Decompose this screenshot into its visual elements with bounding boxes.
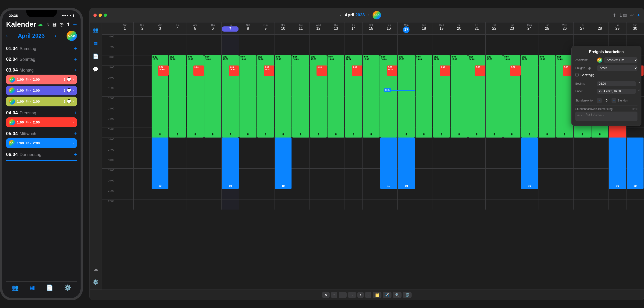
day-col-mon17[interactable]: 11:24 8:0016:00 8 10 (397, 35, 415, 209)
day-col-sat8[interactable]: 8:0016:00 8 (239, 35, 256, 209)
red-event[interactable]: 9:00 (316, 66, 327, 76)
add-mac-btn[interactable]: + (637, 12, 640, 18)
day-col-tue18[interactable]: 8:0016:00 8 (415, 35, 432, 209)
green-event[interactable]: 8:0016:00 8 (169, 55, 186, 138)
red-event[interactable]: 9:00 (440, 66, 450, 76)
panel-begin-input[interactable] (597, 81, 636, 86)
nav-calendar[interactable]: ▦ (30, 284, 35, 291)
archive-btn[interactable]: 🗂️ (373, 292, 382, 298)
share-mac-icon[interactable]: ⬆ (613, 13, 616, 18)
event-item[interactable]: A.E. 1:00 1h › 2:00 1 💬 › (6, 75, 77, 84)
day-col-mon24[interactable]: 8:0016:00 8 10 (521, 35, 538, 209)
blue-event[interactable]: 10 (609, 138, 626, 189)
blue-event[interactable]: 10 (275, 138, 292, 189)
day-col-wed12[interactable]: 8:0016:00 8 9:00 (310, 35, 327, 209)
add-event-0404[interactable]: + (74, 110, 77, 116)
day-col-wed5[interactable]: 8:0016:00 8 9:00 (186, 35, 204, 209)
red-event[interactable]: 9:0019:00 (264, 66, 274, 76)
green-event[interactable]: 8:0016:00 8 (240, 55, 256, 138)
sidebar-chat-icon[interactable]: 💬 (91, 65, 100, 74)
red-event[interactable]: 9:00 (475, 66, 486, 76)
event-item[interactable]: A.D. 1:00 1h › 2:00 1 💬 › (6, 86, 77, 95)
back-icon[interactable]: ↩ (630, 13, 634, 18)
day-col-tue25[interactable]: 8:0016:00 8 (538, 35, 556, 209)
red-event[interactable]: 9:0016:00 (158, 66, 169, 76)
up-btn[interactable]: ↑ (358, 292, 364, 298)
blue-event[interactable]: 10 (398, 138, 414, 189)
day-col-sun9[interactable]: 8:0016:00 8 9:0019:00 (257, 35, 274, 209)
next-event-btn[interactable]: → (348, 292, 356, 298)
add-button[interactable]: + (73, 21, 77, 28)
blue-event[interactable]: 10 (521, 138, 538, 189)
event-item[interactable]: A.D. 1:00 1h › 2:00 › (6, 138, 77, 148)
prev-month-btn[interactable]: ‹ (6, 33, 8, 39)
day-col-mon10[interactable]: 8:0016:00 8 10 (274, 35, 292, 209)
day-col-tue4[interactable]: 8:0016:00 8 (169, 35, 186, 209)
green-event[interactable]: 8:0016:00 8 (521, 55, 538, 138)
panel-end-stepper[interactable]: ⌃ (638, 89, 641, 93)
share-icon[interactable]: ⬆ (66, 22, 70, 27)
travel-btn[interactable]: ✈️ (383, 292, 392, 298)
red-event[interactable]: 9:0016:00 (387, 66, 398, 76)
tab-1-icon[interactable]: 1 ▦ (620, 13, 627, 18)
panel-end-input[interactable] (597, 89, 636, 94)
blue-event[interactable]: 10 (380, 138, 397, 189)
day-col-sat22[interactable]: 8:0016:00 8 (486, 35, 503, 209)
day-col-fri7[interactable]: 8:0016:00 7 9:0019:00 10 (222, 35, 239, 209)
panel-type-select[interactable]: Arbeit (597, 65, 638, 71)
time-grid-scroll[interactable]: 6:00 7:00 8:00 9:00 10:00 11:00 12:00 13… (102, 35, 644, 289)
green-event[interactable]: 8:0016:00 8 (450, 55, 468, 138)
green-event[interactable]: 8:0016:00 8 (486, 55, 503, 138)
day-col-wed19[interactable]: 8:0016:00 8 9:00 (432, 35, 450, 209)
sidebar-cloud-icon[interactable]: ☁ (92, 264, 100, 274)
search-btn[interactable]: 🔍 (393, 292, 402, 298)
green-event[interactable]: 8:0016:00 8 (204, 55, 221, 138)
prev-event-btn[interactable]: ← (339, 292, 347, 298)
day-col-thu13[interactable]: 8:0016:00 8 (327, 35, 344, 209)
green-event[interactable]: 8:0016:00 8 (363, 55, 380, 138)
nav-people[interactable]: 👥 (12, 284, 19, 291)
panel-remark-textarea[interactable] (575, 112, 638, 121)
green-event[interactable]: 8:0016:00 8 (275, 55, 292, 138)
day-col-sat1[interactable] (116, 35, 134, 209)
mac-avatar-group[interactable]: A.A.D. (372, 11, 381, 20)
day-col-sun16[interactable]: 8:0016:00 9:0016:00 10 (380, 35, 397, 209)
day-col-sat15[interactable]: 8:0016:00 8 (362, 35, 380, 209)
sidebar-calendar-icon[interactable]: ▦ (92, 38, 100, 48)
add-event-0504[interactable]: + (74, 131, 77, 137)
red-event[interactable]: 9:00 (194, 66, 204, 76)
green-event[interactable]: 8:0016:00 8 (398, 55, 414, 138)
next-month-btn[interactable]: › (55, 33, 56, 39)
panel-begin-stepper[interactable]: ⌃ (638, 81, 641, 86)
panel-assistant-select[interactable]: Assistent Eins (604, 57, 638, 63)
blue-event[interactable]: 10 (222, 138, 239, 189)
mac-prev-btn[interactable]: ‹ (339, 13, 343, 18)
day-col-tue11[interactable]: 8:0016:00 8 (292, 35, 309, 209)
day-col-fri14[interactable]: 8:0016:00 8 9:00 (344, 35, 362, 209)
blue-event[interactable]: 10 (152, 138, 168, 189)
event-item[interactable]: A.E. 1:00 1h › 2:00 › (6, 117, 77, 127)
nav-settings[interactable]: ⚙️ (64, 284, 71, 291)
sort-btn[interactable]: ↕ (331, 292, 337, 298)
panel-minus-btn[interactable]: − (597, 98, 602, 103)
calendar-icon[interactable]: ▦ (52, 22, 57, 27)
close-event-btn[interactable]: ✕ (322, 292, 330, 298)
red-event[interactable]: 9:00 (352, 66, 362, 76)
add-event-0604[interactable]: + (74, 152, 77, 158)
green-event[interactable]: 8:0016:00 8 (539, 55, 556, 138)
green-event[interactable]: 8:0016:00 8 (328, 55, 344, 138)
add-event-0101[interactable]: + (74, 46, 77, 52)
delete-btn[interactable]: 🗑️ (403, 292, 412, 298)
red-event[interactable]: 9:0019:00 (229, 66, 239, 76)
panel-plus-btn[interactable]: + (612, 98, 616, 103)
minimize-btn[interactable] (98, 14, 102, 17)
user-avatar-group[interactable]: A.A.D. (66, 31, 77, 41)
add-event-0204[interactable]: + (74, 56, 77, 63)
sidebar-document-icon[interactable]: 📄 (91, 52, 100, 61)
down-btn[interactable]: ↓ (365, 292, 372, 298)
day-col-mon3[interactable]: 8:0016:00 8 9:0016:00 10 (151, 35, 169, 209)
day-col-fri21[interactable]: 8:0016:00 8 9:00 (468, 35, 486, 209)
panel-allday-checkbox[interactable] (575, 73, 578, 77)
sidebar-people-icon[interactable]: 👥 (91, 25, 100, 35)
add-event-0304[interactable]: + (74, 67, 77, 73)
